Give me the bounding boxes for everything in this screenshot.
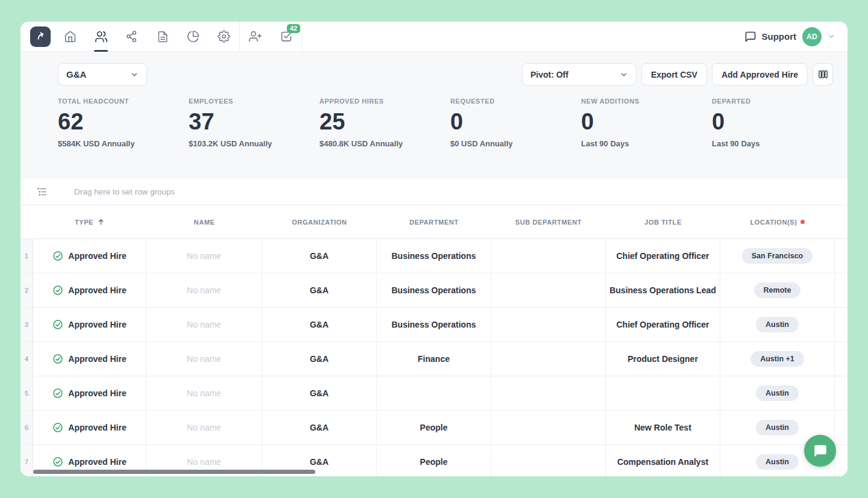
columns-toggle-button[interactable]	[813, 63, 833, 86]
header-sub-department[interactable]: Sub Department	[491, 205, 606, 238]
cell-organization[interactable]: G&A	[262, 239, 377, 273]
header-locations[interactable]: Location(s)	[720, 205, 835, 238]
stat-new-additions: NEW ADDITIONS 0 Last 90 Days	[581, 98, 712, 148]
location-pill[interactable]: San Francisco	[742, 248, 813, 264]
nav-reports[interactable]	[178, 22, 209, 52]
nav-add-person[interactable]	[240, 22, 271, 52]
add-approved-hire-button[interactable]: Add Approved Hire	[712, 63, 808, 86]
cell-locations[interactable]: Austin +1	[720, 342, 835, 376]
cell-type[interactable]: Approved Hire	[33, 239, 146, 273]
location-pill[interactable]: Austin +1	[750, 351, 804, 367]
home-icon	[64, 30, 77, 43]
cell-sub-department[interactable]	[491, 342, 606, 376]
cell-type[interactable]: Approved Hire	[33, 376, 146, 410]
header-job-title[interactable]: Job Title	[606, 205, 720, 238]
cell-name[interactable]: No name	[146, 239, 262, 273]
cell-name[interactable]: No name	[146, 376, 262, 410]
location-pill[interactable]: Austin	[756, 420, 799, 435]
nav-home[interactable]	[55, 22, 86, 52]
cell-spacer	[835, 239, 848, 273]
cell-sub-department[interactable]	[491, 445, 606, 476]
cell-department[interactable]: Business Operations	[377, 308, 491, 341]
pivot-select[interactable]: Pivot: Off	[522, 63, 637, 86]
cell-locations[interactable]: Austin	[720, 376, 835, 410]
cell-type[interactable]: Approved Hire	[33, 273, 146, 307]
support-button[interactable]: Support	[744, 31, 797, 43]
avatar[interactable]: AD	[802, 27, 822, 46]
cell-locations[interactable]: Austin	[720, 308, 835, 341]
people-icon	[95, 30, 108, 43]
cell-locations[interactable]: Remote	[720, 273, 835, 307]
cell-job-title[interactable]: New Role Test	[606, 411, 720, 444]
cell-department[interactable]: People	[377, 445, 491, 476]
app-logo[interactable]	[30, 26, 51, 47]
cell-name[interactable]: No name	[146, 308, 262, 341]
nav-org-chart[interactable]	[116, 22, 147, 52]
cell-job-title[interactable]	[606, 376, 720, 410]
row-group-panel[interactable]: Drag here to set row groups	[20, 179, 848, 205]
cell-job-title[interactable]: Business Operations Lead	[606, 273, 720, 307]
gear-icon	[218, 30, 230, 43]
header-name[interactable]: Name	[146, 205, 262, 238]
support-label: Support	[762, 31, 797, 42]
nav-documents[interactable]	[147, 22, 178, 52]
cell-job-title[interactable]: Compensation Analyst	[606, 445, 720, 476]
cell-type[interactable]: Approved Hire	[33, 411, 146, 444]
cell-department[interactable]: Finance	[377, 342, 491, 376]
app-window: 42 Support AD G&A Pivot: Off	[20, 22, 848, 476]
header-type[interactable]: Type	[33, 205, 146, 238]
pivot-value: Pivot: Off	[530, 70, 568, 79]
header-organization[interactable]: Organization	[262, 205, 377, 238]
tasks-badge: 42	[287, 24, 300, 33]
location-pill[interactable]: Remote	[754, 282, 801, 298]
export-csv-button[interactable]: Export CSV	[641, 63, 707, 86]
cell-department[interactable]: Business Operations	[377, 239, 491, 273]
header-spacer	[835, 205, 848, 238]
cell-type[interactable]: Approved Hire	[33, 342, 146, 376]
cell-sub-department[interactable]	[491, 273, 606, 307]
row-number: 5	[20, 376, 33, 410]
stat-value: 0	[712, 110, 843, 135]
location-pill[interactable]: Austin	[756, 454, 799, 470]
cell-job-title[interactable]: Product Designer	[606, 342, 720, 376]
cell-sub-department[interactable]	[491, 308, 606, 341]
cell-department[interactable]	[377, 376, 491, 410]
filter-active-dot	[800, 220, 805, 224]
avatar-chevron-icon[interactable]	[828, 33, 835, 40]
table-row: 1Approved HireNo nameG&ABusiness Operati…	[20, 239, 848, 273]
cell-organization[interactable]: G&A	[262, 411, 377, 444]
horizontal-scrollbar[interactable]	[33, 470, 315, 474]
nav-tasks[interactable]: 42	[271, 22, 301, 52]
table-row: 6Approved HireNo nameG&APeopleNew Role T…	[20, 411, 848, 445]
cell-name[interactable]: No name	[146, 342, 262, 376]
header-department[interactable]: Department	[377, 205, 491, 238]
org-filter-select[interactable]: G&A	[58, 63, 147, 86]
chat-launcher[interactable]	[804, 435, 836, 467]
nav-people[interactable]	[86, 22, 116, 52]
cell-type[interactable]: Approved Hire	[33, 308, 146, 341]
chevron-down-icon	[620, 70, 628, 79]
cell-name[interactable]: No name	[146, 273, 262, 307]
location-pill[interactable]: Austin	[756, 317, 799, 332]
nav-settings[interactable]	[209, 22, 239, 52]
cell-locations[interactable]: San Francisco	[720, 239, 835, 273]
cell-department[interactable]: Business Operations	[377, 273, 491, 307]
cell-sub-department[interactable]	[491, 411, 606, 444]
stat-label: TOTAL HEADCOUNT	[58, 98, 189, 105]
row-number: 2	[20, 273, 33, 307]
cell-sub-department[interactable]	[491, 376, 606, 410]
cell-organization[interactable]: G&A	[262, 376, 377, 410]
cell-sub-department[interactable]	[491, 239, 606, 273]
cell-organization[interactable]: G&A	[262, 273, 377, 307]
cell-organization[interactable]: G&A	[262, 308, 377, 341]
cell-department[interactable]: People	[377, 411, 491, 444]
cell-name[interactable]: No name	[146, 411, 262, 444]
cell-organization[interactable]: G&A	[262, 342, 377, 376]
stats-row: TOTAL HEADCOUNT 62 $584K USD Annually EM…	[20, 86, 848, 148]
stat-value: 62	[58, 110, 189, 135]
row-number: 1	[20, 239, 33, 273]
location-pill[interactable]: Austin	[756, 385, 799, 401]
cell-job-title[interactable]: Chief Operating Officer	[606, 239, 720, 273]
cell-job-title[interactable]: Chief Operating Officer	[606, 308, 720, 341]
row-number: 3	[20, 308, 33, 341]
